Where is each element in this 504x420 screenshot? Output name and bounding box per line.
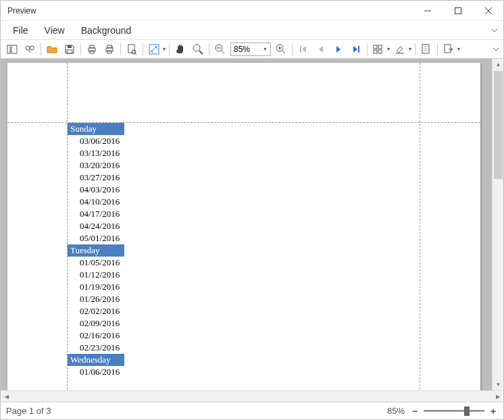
last-page-icon[interactable] bbox=[348, 41, 364, 57]
menu-background[interactable]: Background bbox=[73, 22, 140, 38]
svg-line-30 bbox=[282, 51, 285, 53]
toolbar: ▼ 85% ▼ ▼ ▼ ▼ bbox=[1, 40, 503, 59]
group-header: Tuesday bbox=[68, 244, 124, 257]
svg-point-6 bbox=[26, 46, 30, 50]
svg-rect-18 bbox=[128, 45, 134, 53]
zoom-plus-button[interactable]: + bbox=[488, 406, 498, 416]
svg-rect-4 bbox=[7, 45, 10, 53]
toolbar-separator bbox=[367, 43, 368, 55]
svg-rect-1 bbox=[455, 7, 461, 14]
page-setup-icon[interactable] bbox=[124, 41, 140, 57]
first-page-icon[interactable] bbox=[295, 41, 311, 57]
date-row: 02/23/2016 bbox=[68, 342, 419, 354]
toolbar-separator bbox=[120, 43, 121, 55]
zoom-in-icon[interactable] bbox=[273, 41, 289, 57]
svg-line-23 bbox=[199, 51, 203, 54]
toolbar-separator bbox=[292, 43, 293, 55]
close-button[interactable] bbox=[473, 1, 503, 21]
report-body: Sunday03/06/201603/13/201603/20/201603/2… bbox=[68, 123, 419, 378]
print-icon[interactable] bbox=[84, 41, 100, 57]
export-dropdown-icon[interactable]: ▼ bbox=[456, 47, 461, 51]
menu-view[interactable]: View bbox=[36, 22, 73, 38]
svg-rect-35 bbox=[374, 50, 377, 53]
svg-rect-37 bbox=[396, 53, 404, 54]
preview-page: Sunday03/06/201603/13/201603/20/201603/2… bbox=[7, 63, 480, 390]
date-row: 04/10/2016 bbox=[68, 196, 419, 208]
horizontal-scrollbar[interactable]: ◀ ▶ bbox=[1, 390, 503, 402]
zoom-out-icon[interactable] bbox=[212, 41, 228, 57]
multipage-icon[interactable] bbox=[370, 41, 386, 57]
scroll-thumb[interactable] bbox=[494, 71, 503, 179]
scroll-left-icon[interactable]: ◀ bbox=[1, 391, 12, 402]
date-row: 01/05/2016 bbox=[68, 257, 419, 269]
date-row: 01/06/2016 bbox=[68, 366, 419, 378]
minimize-button[interactable] bbox=[412, 1, 443, 21]
zoom-slider-thumb[interactable] bbox=[464, 406, 470, 416]
search-icon[interactable] bbox=[22, 41, 38, 57]
scale-icon[interactable] bbox=[146, 41, 162, 57]
svg-point-17 bbox=[111, 46, 113, 47]
toolbar-separator bbox=[80, 43, 81, 55]
prev-page-icon[interactable] bbox=[313, 41, 329, 57]
svg-rect-42 bbox=[445, 45, 451, 53]
date-row: 03/06/2016 bbox=[68, 135, 419, 147]
svg-rect-34 bbox=[378, 45, 382, 49]
date-row: 01/19/2016 bbox=[68, 281, 419, 293]
zoom-slider: − + bbox=[410, 406, 498, 416]
svg-line-20 bbox=[135, 53, 136, 55]
svg-line-8 bbox=[29, 50, 30, 53]
svg-rect-12 bbox=[90, 45, 94, 48]
next-page-icon[interactable] bbox=[330, 41, 347, 57]
zoom-combo[interactable]: 85% ▼ bbox=[230, 43, 271, 56]
margin-guide bbox=[420, 63, 420, 390]
toolbar-separator bbox=[415, 43, 415, 55]
scroll-up-icon[interactable]: ▲ bbox=[493, 59, 503, 70]
date-row: 01/26/2016 bbox=[68, 293, 419, 305]
open-icon[interactable] bbox=[44, 41, 60, 57]
scroll-down-icon[interactable]: ▼ bbox=[493, 379, 503, 390]
menubar: File View Background bbox=[1, 21, 503, 40]
background-color-icon[interactable] bbox=[392, 41, 408, 57]
svg-rect-36 bbox=[378, 50, 382, 53]
scroll-right-icon[interactable]: ▶ bbox=[492, 391, 503, 402]
document-viewport[interactable]: Sunday03/06/201603/13/201603/20/201603/2… bbox=[1, 59, 492, 390]
date-row: 02/09/2016 bbox=[68, 317, 419, 330]
quick-print-icon[interactable] bbox=[101, 41, 118, 57]
hand-tool-icon[interactable] bbox=[172, 41, 188, 57]
menu-file[interactable]: File bbox=[5, 22, 36, 38]
zoom-percent-label: 85% bbox=[387, 406, 405, 416]
date-row: 02/02/2016 bbox=[68, 305, 419, 317]
toolbar-overflow-icon[interactable] bbox=[491, 47, 501, 52]
group-header: Sunday bbox=[68, 123, 124, 135]
page-info-label: Page 1 of 3 bbox=[6, 406, 51, 416]
window-title: Preview bbox=[7, 6, 412, 16]
menu-overflow-icon[interactable] bbox=[490, 28, 499, 33]
svg-rect-10 bbox=[67, 50, 72, 53]
svg-rect-5 bbox=[11, 45, 17, 53]
date-row: 03/27/2016 bbox=[68, 172, 419, 184]
toolbar-separator bbox=[437, 43, 438, 55]
zoom-slider-track[interactable] bbox=[424, 410, 484, 412]
zoom-minus-button[interactable]: − bbox=[410, 406, 420, 416]
date-row: 03/20/2016 bbox=[68, 159, 419, 172]
work-area: Sunday03/06/201603/13/201603/20/201603/2… bbox=[1, 59, 503, 390]
date-row: 04/24/2016 bbox=[68, 220, 419, 232]
date-row: 04/17/2016 bbox=[68, 208, 419, 220]
export-icon[interactable] bbox=[440, 41, 457, 57]
chevron-down-icon: ▼ bbox=[263, 47, 268, 51]
maximize-button[interactable] bbox=[443, 1, 473, 21]
watermark-icon[interactable] bbox=[418, 41, 434, 57]
thumbnails-icon[interactable] bbox=[4, 41, 20, 57]
toolbar-separator bbox=[41, 43, 41, 55]
svg-point-7 bbox=[30, 46, 34, 50]
date-row: 02/16/2016 bbox=[68, 330, 419, 342]
magnifier-icon[interactable] bbox=[190, 41, 206, 57]
scale-dropdown-icon[interactable]: ▼ bbox=[161, 47, 167, 51]
date-row: 01/12/2016 bbox=[68, 269, 419, 281]
vertical-scrollbar[interactable]: ▲ ▼ bbox=[492, 59, 503, 390]
date-row: 03/13/2016 bbox=[68, 147, 419, 159]
background-dropdown-icon[interactable]: ▼ bbox=[407, 47, 413, 51]
multipage-dropdown-icon[interactable]: ▼ bbox=[386, 47, 391, 51]
zoom-combo-value: 85% bbox=[234, 45, 250, 54]
save-icon[interactable] bbox=[61, 41, 78, 57]
